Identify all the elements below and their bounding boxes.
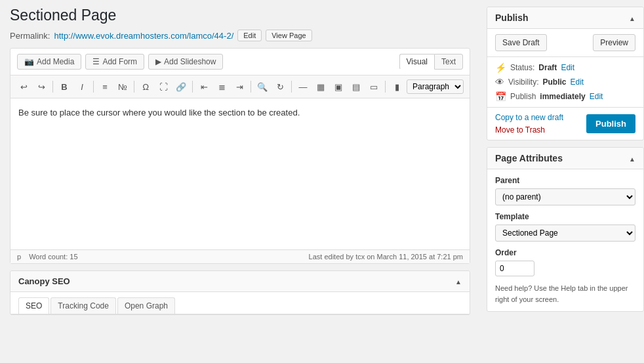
table2-button[interactable]: ▣ bbox=[331, 79, 346, 95]
status-icon: ⚡ bbox=[495, 62, 506, 73]
fullscreen-button[interactable]: ⛶ bbox=[155, 79, 171, 95]
timing-edit-link[interactable]: Edit bbox=[590, 92, 603, 101]
toolbar-sep-2 bbox=[93, 81, 94, 93]
page-title: Sectioned Page bbox=[10, 7, 470, 24]
special-char-button[interactable]: Ω bbox=[138, 79, 153, 95]
undo-button[interactable]: ↩ bbox=[16, 79, 31, 95]
publish-timing-value: immediately bbox=[540, 92, 585, 101]
status-edit-link[interactable]: Edit bbox=[561, 63, 574, 72]
seo-collapse-button[interactable] bbox=[455, 276, 462, 286]
toolbar-sep-4 bbox=[192, 81, 193, 93]
toolbar-sep-3 bbox=[134, 81, 134, 93]
toolbar-sep-6 bbox=[291, 81, 292, 93]
move-trash-link[interactable]: Move to Trash bbox=[495, 125, 545, 135]
align-right-button[interactable]: ⇥ bbox=[231, 79, 247, 95]
page-attributes-body: Parent (no parent) Template Sectioned Pa… bbox=[487, 169, 643, 311]
copy-draft-link[interactable]: Copy to a new draft bbox=[495, 113, 563, 122]
publish-header: Publish bbox=[487, 7, 643, 29]
editor-text: Be sure to place the cursor where you wo… bbox=[18, 106, 462, 120]
redo-button[interactable]: ↪ bbox=[33, 79, 49, 95]
seo-tabs: SEO Tracking Code Open Graph bbox=[10, 292, 470, 314]
publish-top-buttons: Save Draft Preview bbox=[487, 29, 643, 57]
seo-tab-opengraph[interactable]: Open Graph bbox=[117, 297, 175, 314]
search-replace-button[interactable]: 🔍 bbox=[254, 79, 270, 95]
p-indicator: p bbox=[17, 253, 21, 261]
add-slideshow-button[interactable]: ▶ Add Slideshow bbox=[148, 54, 223, 70]
visual-text-tabs: Visual Text bbox=[399, 54, 463, 70]
seo-title: Canopy SEO bbox=[18, 276, 70, 286]
last-edited: Last edited by tcx on March 11, 2015 at … bbox=[309, 253, 463, 261]
add-form-button[interactable]: ☰ Add Form bbox=[85, 54, 144, 70]
table-button[interactable]: ▦ bbox=[313, 79, 329, 95]
media-buttons-bar: 📷 Add Media ☰ Add Form ▶ Add Slideshow V… bbox=[10, 49, 470, 75]
publish-timing-label: Publish bbox=[510, 92, 536, 101]
publish-collapse-button[interactable] bbox=[629, 13, 635, 23]
editor-content-area[interactable]: Be sure to place the cursor where you wo… bbox=[10, 98, 470, 249]
save-draft-button[interactable]: Save Draft bbox=[495, 34, 547, 51]
publish-title: Publish bbox=[495, 12, 529, 23]
seo-tab-seo[interactable]: SEO bbox=[18, 297, 49, 314]
toolbar-sep-5 bbox=[251, 81, 251, 93]
add-slideshow-icon: ▶ bbox=[155, 57, 161, 66]
visibility-icon: 👁 bbox=[495, 77, 504, 87]
calendar-icon: 📅 bbox=[495, 91, 506, 102]
visual-tab[interactable]: Visual bbox=[399, 54, 434, 70]
status-row: ⚡ Status: Draft Edit bbox=[495, 62, 635, 73]
more-button[interactable]: ▮ bbox=[389, 79, 405, 95]
editor-status-bar: p Word count: 15 Last edited by tcx on M… bbox=[10, 249, 470, 263]
paragraph-select[interactable]: Paragraph bbox=[407, 79, 464, 94]
italic-button[interactable]: I bbox=[74, 79, 90, 95]
edit-permalink-button[interactable]: Edit bbox=[237, 30, 262, 41]
seo-tab-tracking[interactable]: Tracking Code bbox=[50, 297, 116, 314]
order-input[interactable] bbox=[495, 261, 534, 276]
page-attributes-title: Page Attributes bbox=[495, 153, 563, 163]
visibility-label: Visibility: bbox=[508, 77, 538, 87]
timing-row: 📅 Publish immediately Edit bbox=[495, 91, 635, 102]
toolbar-sep-1 bbox=[52, 81, 53, 93]
table3-button[interactable]: ▤ bbox=[348, 79, 364, 95]
bold-button[interactable]: B bbox=[56, 79, 72, 95]
status-value: Draft bbox=[538, 63, 557, 72]
editor-box: 📷 Add Media ☰ Add Form ▶ Add Slideshow V… bbox=[10, 48, 470, 264]
permalink-label: Permalink: bbox=[10, 31, 50, 41]
table4-button[interactable]: ▭ bbox=[366, 79, 382, 95]
page-attributes-collapse-button[interactable] bbox=[629, 154, 635, 163]
visibility-edit-link[interactable]: Edit bbox=[570, 77, 584, 87]
parent-label: Parent bbox=[495, 176, 635, 185]
sidebar: Publish Save Draft Preview ⚡ Status: Dra… bbox=[480, 0, 644, 363]
add-media-button[interactable]: 📷 Add Media bbox=[17, 54, 81, 70]
template-label: Template bbox=[495, 212, 635, 221]
template-select[interactable]: Sectioned Page bbox=[495, 224, 635, 242]
publish-actions: Copy to a new draft Move to Trash Publis… bbox=[487, 108, 643, 140]
toolbar-sep-7 bbox=[385, 81, 386, 93]
text-tab[interactable]: Text bbox=[434, 54, 463, 70]
status-label: Status: bbox=[510, 63, 534, 72]
visibility-value: Public bbox=[542, 77, 566, 87]
order-label: Order bbox=[495, 248, 635, 257]
add-media-icon: 📷 bbox=[24, 57, 34, 66]
publish-box: Publish Save Draft Preview ⚡ Status: Dra… bbox=[487, 7, 644, 140]
ordered-list-button[interactable]: № bbox=[115, 79, 131, 95]
publish-meta: ⚡ Status: Draft Edit 👁 Visibility: Publi… bbox=[487, 57, 643, 108]
unordered-list-button[interactable]: ≡ bbox=[97, 79, 113, 95]
editor-toolbar: ↩ ↪ B I ≡ № Ω ⛶ 🔗 ⇤ ≣ ⇥ 🔍 ↻ ― bbox=[10, 75, 470, 98]
help-text: Need help? Use the Help tab in the upper… bbox=[495, 283, 635, 305]
add-form-icon: ☰ bbox=[92, 57, 100, 66]
hr-button[interactable]: ― bbox=[295, 79, 311, 95]
seo-header: Canopy SEO bbox=[10, 271, 470, 292]
view-page-button[interactable]: View Page bbox=[266, 30, 312, 41]
publish-links: Copy to a new draft Move to Trash bbox=[495, 113, 563, 135]
permalink-url[interactable]: http://www.evok.dreamhosters.com/lamco/4… bbox=[54, 31, 233, 41]
align-left-button[interactable]: ⇤ bbox=[196, 79, 212, 95]
publish-button[interactable]: Publish bbox=[586, 114, 635, 133]
page-attributes-header: Page Attributes bbox=[487, 148, 643, 169]
preview-button[interactable]: Preview bbox=[593, 34, 635, 51]
redo2-button[interactable]: ↻ bbox=[272, 79, 288, 95]
seo-box: Canopy SEO SEO Tracking Code Open Graph bbox=[10, 270, 470, 315]
visibility-row: 👁 Visibility: Public Edit bbox=[495, 77, 635, 87]
align-center-button[interactable]: ≣ bbox=[214, 79, 230, 95]
word-count: Word count: 15 bbox=[29, 253, 77, 261]
link-button[interactable]: 🔗 bbox=[173, 79, 189, 95]
page-attributes-box: Page Attributes Parent (no parent) Templ… bbox=[487, 147, 644, 312]
parent-select[interactable]: (no parent) bbox=[495, 188, 635, 205]
